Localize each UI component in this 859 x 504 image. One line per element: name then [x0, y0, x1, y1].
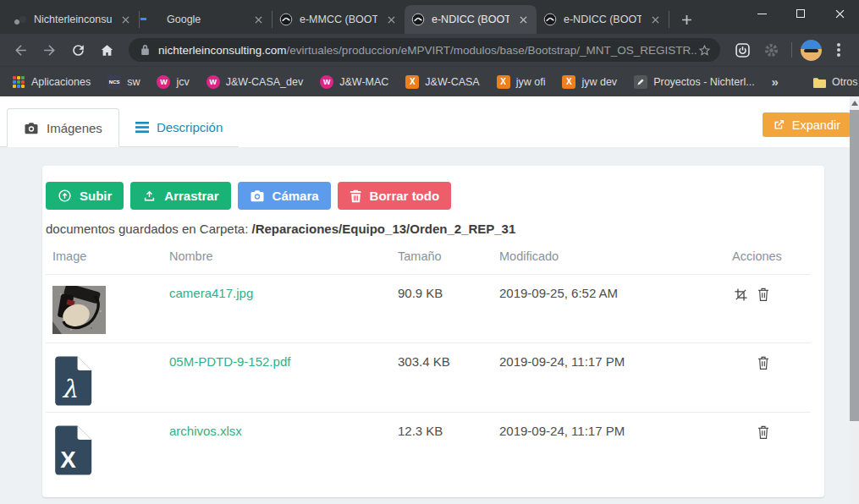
- excel-file-icon: X: [52, 425, 169, 479]
- extension-gear-icon[interactable]: [759, 38, 783, 62]
- tab-descripcion[interactable]: Descripción: [119, 107, 239, 146]
- ncs-icon: NCS: [107, 75, 121, 89]
- bookmark-jw-casa[interactable]: X J&W-CASA: [405, 75, 479, 89]
- page-header: Imágenes Descripción Expandir: [0, 96, 859, 147]
- tab-title: e-NDICC (BOOTST: [564, 14, 641, 25]
- reload-icon[interactable]: [66, 38, 90, 62]
- site-favicon: [14, 13, 27, 26]
- upload-button[interactable]: Subir: [46, 182, 124, 210]
- profile-avatar[interactable]: [801, 40, 822, 61]
- file-size: 303.4 KB: [398, 354, 499, 369]
- url-path: /evirtuales/produccion/eMPVIRT/modulos/b…: [287, 44, 697, 57]
- button-label: Cámara: [273, 189, 319, 203]
- browser-toolbar: nichterleinconsulting.com/evirtuales/pro…: [0, 34, 859, 66]
- bookmark-star-icon[interactable]: [697, 43, 712, 58]
- page-scrollbar[interactable]: [850, 96, 859, 504]
- button-label: Borrar todo: [370, 189, 440, 203]
- tab-title: e-MMCC (BOOTST: [300, 14, 377, 25]
- tab-title: Google: [167, 14, 245, 25]
- delete-all-button[interactable]: Borrar todo: [338, 182, 452, 210]
- delete-icon[interactable]: [755, 286, 772, 303]
- bookmark-label: jcv: [176, 76, 189, 88]
- file-thumbnail[interactable]: [52, 286, 169, 337]
- globe-favicon: [411, 13, 425, 26]
- maximize-button[interactable]: [781, 0, 820, 27]
- toolbar-divider: [791, 42, 792, 58]
- file-link[interactable]: 05M-PDTD-9-152.pdf: [169, 354, 398, 369]
- forward-icon[interactable]: [37, 38, 61, 62]
- tab-imagenes[interactable]: Imágenes: [7, 108, 119, 147]
- google-favicon: [146, 13, 160, 26]
- pdf-file-icon: λ: [52, 355, 169, 410]
- delete-icon[interactable]: [755, 354, 772, 371]
- bookmark-apps[interactable]: Aplicaciones: [12, 76, 91, 88]
- files-card: Subir Arrastrar Cámara: [42, 166, 824, 497]
- page-nav-tabs: Imágenes Descripción: [0, 107, 239, 147]
- close-button[interactable]: [820, 0, 859, 27]
- browser-tab-2[interactable]: Google: [140, 5, 272, 34]
- menu-dots-icon[interactable]: [827, 38, 851, 62]
- table-header-row: Image Nombre Tamaño Modificado Acciones: [46, 249, 811, 274]
- bookmark-jyw-ofi[interactable]: X jyw ofi: [497, 75, 546, 89]
- browser-tab-5[interactable]: e-NDICC (BOOTST: [537, 5, 669, 34]
- globe-favicon: [543, 13, 557, 26]
- browser-tab-1[interactable]: Nichterleinconsult: [7, 5, 139, 34]
- minimize-button[interactable]: [742, 0, 781, 27]
- bookmark-sw[interactable]: NCS sw: [107, 75, 140, 89]
- apps-grid-icon: [12, 76, 25, 88]
- tab-close-icon[interactable]: [251, 13, 265, 26]
- extension-power-icon[interactable]: [730, 38, 754, 62]
- tab-title: e-NDICC (BOOTST: [432, 14, 509, 25]
- col-header-nombre: Nombre: [169, 249, 398, 263]
- tab-close-icon[interactable]: [648, 13, 662, 26]
- tab-close-icon[interactable]: [384, 13, 398, 26]
- arrow-circle-up-icon: [58, 189, 72, 203]
- file-modified: 2019-09-25, 6:52 AM: [499, 286, 732, 300]
- camera-button[interactable]: Cámara: [238, 182, 331, 210]
- tab-close-icon[interactable]: [118, 13, 132, 26]
- wamp-icon: W: [157, 75, 170, 89]
- files-table: Image Nombre Tamaño Modificado Acciones: [46, 249, 811, 496]
- file-link[interactable]: camera417.jpg: [169, 286, 398, 300]
- window-controls: [742, 0, 859, 27]
- folder-note-prefix: documentos guardados en Carpeta:: [46, 222, 252, 236]
- wamp-icon: W: [206, 75, 220, 89]
- bookmark-jw-casa-dev[interactable]: W J&W-CASA_dev: [206, 75, 303, 89]
- file-modified: 2019-09-24, 11:17 PM: [499, 354, 732, 369]
- scrollbar-thumb[interactable]: [850, 110, 859, 421]
- bookmark-jcv[interactable]: W jcv: [157, 75, 189, 89]
- drag-button[interactable]: Arrastrar: [130, 182, 230, 210]
- bookmarks-overflow-icon[interactable]: »: [772, 74, 779, 89]
- tab-label: Descripción: [157, 120, 223, 134]
- bookmark-label: sw: [127, 76, 140, 88]
- bookmark-label: J&W-MAC: [339, 76, 388, 88]
- url-bar[interactable]: nichterleinconsulting.com/evirtuales/pro…: [129, 38, 720, 62]
- table-row: camera417.jpg 90.9 KB 2019-09-25, 6:52 A…: [46, 274, 811, 342]
- col-header-image: Image: [52, 249, 169, 263]
- external-link-icon: [773, 118, 785, 131]
- other-favorites[interactable]: Otros favoritos: [812, 76, 859, 88]
- browser-tab-4-active[interactable]: e-NDICC (BOOTST: [405, 5, 537, 34]
- back-icon[interactable]: [8, 38, 32, 62]
- file-size: 90.9 KB: [398, 286, 499, 300]
- delete-icon[interactable]: [755, 424, 772, 441]
- folder-path: /Reparaciones/Equipo_13/Orden_2_REP_31: [252, 222, 516, 236]
- bookmark-jyw-dev[interactable]: X jyw dev: [562, 75, 617, 89]
- tab-label: Imágenes: [47, 121, 102, 135]
- crop-icon[interactable]: [732, 286, 749, 303]
- col-header-acciones: Acciones: [732, 249, 811, 263]
- bookmark-proyectos[interactable]: Proyectos - Nichterl...: [634, 75, 754, 89]
- tab-close-icon[interactable]: [516, 13, 530, 26]
- browser-tab-3[interactable]: e-MMCC (BOOTST: [273, 5, 405, 34]
- bookmark-label: J&W-CASA: [425, 76, 479, 88]
- new-tab-button[interactable]: [675, 8, 698, 31]
- bookmark-jw-mac[interactable]: W J&W-MAC: [320, 75, 388, 89]
- bookmarks-bar: Aplicaciones NCS sw W jcv W J&W-CASA_dev…: [0, 66, 859, 96]
- home-icon[interactable]: [95, 38, 118, 62]
- scroll-up-icon[interactable]: [851, 101, 858, 106]
- expand-button[interactable]: Expandir: [763, 112, 851, 137]
- file-link[interactable]: archivos.xlsx: [169, 424, 398, 438]
- col-header-tamano: Tamaño: [398, 249, 499, 263]
- xampp-icon: X: [562, 75, 575, 89]
- trash-icon: [350, 189, 362, 203]
